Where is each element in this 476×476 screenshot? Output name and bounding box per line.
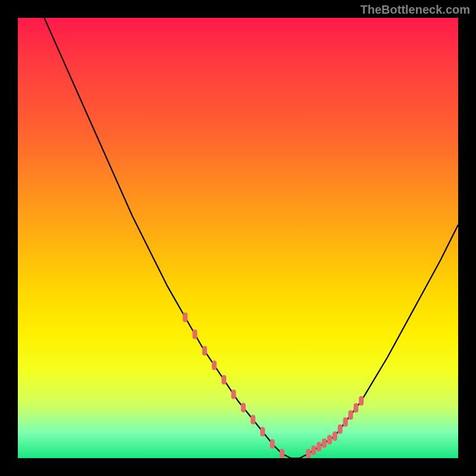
highlight-marker (317, 442, 321, 452)
highlight-marker (260, 427, 265, 437)
highlight-marker (231, 390, 236, 399)
highlight-marker (322, 439, 327, 448)
highlight-marker (311, 446, 316, 455)
highlight-marker (327, 435, 332, 444)
highlight-marker (343, 417, 348, 427)
highlight-left (183, 312, 284, 458)
highlight-marker (193, 330, 198, 339)
highlight-marker (353, 403, 358, 413)
curve-svg (18, 18, 458, 458)
highlight-marker (359, 396, 364, 406)
bottleneck-curve-line (44, 18, 458, 458)
highlight-marker (250, 415, 255, 424)
highlight-marker (306, 449, 311, 458)
watermark-text: TheBottleneck.com (361, 3, 470, 17)
highlight-marker (183, 312, 187, 322)
highlight-marker (333, 431, 337, 441)
highlight-right (306, 396, 364, 458)
highlight-marker (221, 375, 226, 384)
plot-area (18, 18, 458, 458)
chart-container: TheBottleneck.com (0, 0, 476, 476)
highlight-marker (212, 361, 217, 370)
highlight-marker (202, 346, 207, 355)
highlight-marker (348, 411, 353, 420)
highlight-marker (338, 424, 343, 434)
highlight-marker (241, 403, 246, 412)
highlight-marker (270, 439, 275, 449)
highlight-marker (280, 449, 284, 458)
